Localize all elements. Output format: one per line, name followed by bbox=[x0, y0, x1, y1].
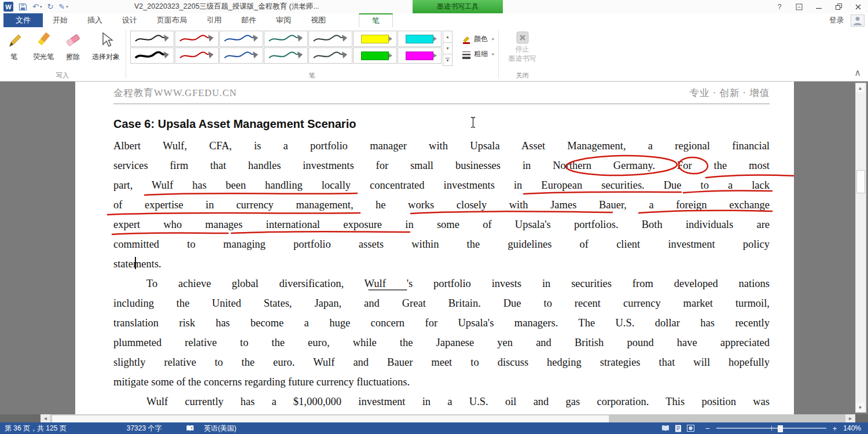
doc-line[interactable]: services firm that handles investments f… bbox=[113, 156, 770, 175]
zoom-slider[interactable] bbox=[716, 428, 826, 429]
gallery-scroll-down-icon[interactable]: ▼ bbox=[443, 42, 453, 54]
collapse-ribbon-icon[interactable]: ∧ bbox=[854, 67, 861, 78]
view-read-icon[interactable] bbox=[661, 425, 670, 432]
page-indicator[interactable]: 第 36 页，共 125 页 bbox=[0, 424, 71, 433]
select-objects-button[interactable]: 选择对象 bbox=[87, 28, 125, 62]
horizontal-scrollbar[interactable]: ◄ ► bbox=[0, 414, 868, 422]
minimize-button[interactable] bbox=[809, 0, 829, 13]
doc-line[interactable]: Wulf currently has a $1,000,000 investme… bbox=[113, 392, 770, 411]
group-separator bbox=[126, 30, 126, 78]
zoom-level[interactable]: 140% bbox=[843, 424, 861, 432]
pen-preset[interactable] bbox=[130, 31, 174, 47]
eraser-tool-button[interactable]: 擦除 bbox=[59, 28, 87, 62]
pen-preset[interactable] bbox=[398, 47, 442, 64]
help-button[interactable]: ? bbox=[770, 0, 789, 13]
scroll-right-icon[interactable]: ► bbox=[845, 414, 855, 422]
proofing-status-icon[interactable] bbox=[181, 425, 199, 432]
word-window: W ↶▾ ↻ ✎▾ V2_20220323_2205三级百题_授课版_金程教育 … bbox=[0, 0, 868, 434]
ink-tools-contextual-header[interactable]: 墨迹书写工具 bbox=[413, 0, 503, 13]
ink-pen-qat-icon[interactable]: ✎▾ bbox=[58, 3, 68, 10]
horizontal-scrollbar-thumb[interactable] bbox=[52, 415, 609, 423]
save-icon[interactable] bbox=[19, 3, 27, 11]
vertical-scrollbar-thumb[interactable] bbox=[856, 170, 865, 193]
sign-in-link[interactable]: 登录 bbox=[829, 16, 844, 25]
doc-line[interactable]: of expertise in currency management, he … bbox=[113, 195, 770, 215]
ribbon-tab[interactable]: 插入 bbox=[78, 13, 112, 27]
pen-preset[interactable] bbox=[308, 47, 352, 64]
ribbon-tab[interactable]: 开始 bbox=[43, 13, 78, 27]
pen-stroke-preview bbox=[267, 49, 305, 62]
scroll-up-icon[interactable]: ▲ bbox=[856, 83, 865, 93]
doc-line[interactable]: statements. bbox=[113, 254, 770, 274]
scrollbar-spacer bbox=[0, 414, 41, 422]
zoom-in-button[interactable]: + bbox=[833, 425, 837, 432]
highlighter-swatch bbox=[361, 35, 389, 43]
pen-preset[interactable] bbox=[219, 31, 263, 47]
gallery-scroll-controls: ▲ ▼ ▼ bbox=[443, 31, 453, 65]
pen-preset[interactable] bbox=[264, 47, 308, 64]
gallery-more-icon[interactable]: ▼ bbox=[443, 54, 453, 66]
doc-line[interactable]: expert who manages international exposur… bbox=[113, 215, 770, 234]
color-button[interactable]: 颜色 ▾ bbox=[462, 34, 494, 44]
horizontal-scrollbar-track[interactable] bbox=[50, 414, 845, 422]
avatar-icon[interactable] bbox=[851, 14, 865, 27]
pen-icon bbox=[5, 31, 23, 49]
text-caret bbox=[135, 257, 136, 269]
pen-preset[interactable] bbox=[398, 31, 442, 47]
select-objects-label: 选择对象 bbox=[92, 52, 120, 62]
ribbon-tab[interactable]: 设计 bbox=[112, 13, 147, 27]
ribbon-tab[interactable]: 引用 bbox=[197, 13, 231, 27]
ribbon-tab[interactable]: 页面布局 bbox=[147, 13, 197, 27]
highlighter-tool-button[interactable]: 荧光笔 bbox=[28, 28, 59, 62]
ribbon-tab[interactable]: 视图 bbox=[301, 13, 336, 27]
doc-line[interactable]: To achieve global diversification, Wulf … bbox=[113, 274, 770, 293]
zoom-slider-thumb[interactable] bbox=[778, 425, 783, 432]
language-indicator[interactable]: 英语(美国) bbox=[199, 424, 241, 433]
close-group-label: 关闭 bbox=[499, 71, 546, 81]
status-bar: 第 36 页，共 125 页 37323 个字 英语(美国) − + 140% bbox=[0, 422, 868, 434]
pen-tool-button[interactable]: 笔 bbox=[0, 28, 28, 62]
doc-line[interactable]: plummeted relative to the euro, while th… bbox=[113, 333, 770, 352]
pen-preset[interactable] bbox=[308, 31, 352, 47]
doc-line[interactable]: translation risk has become a huge conce… bbox=[113, 313, 770, 333]
pen-preset[interactable] bbox=[130, 47, 174, 64]
vertical-scrollbar[interactable]: ▲ ▼ bbox=[855, 83, 866, 413]
restore-button[interactable] bbox=[829, 0, 848, 13]
view-print-layout-icon[interactable] bbox=[675, 425, 682, 432]
ribbon-tab[interactable]: 文件 bbox=[3, 13, 43, 27]
stop-inking-button[interactable]: 停止 墨迹书写 bbox=[499, 28, 546, 63]
zoom-out-button[interactable]: − bbox=[705, 425, 710, 432]
pen-preset[interactable] bbox=[175, 47, 219, 64]
doc-line[interactable]: committed to managing portfolio assets w… bbox=[113, 234, 770, 254]
pen-preset[interactable] bbox=[264, 31, 308, 47]
thickness-button[interactable]: 粗细 ▾ bbox=[462, 49, 494, 59]
close-button[interactable] bbox=[848, 0, 868, 13]
gallery-scroll-up-icon[interactable]: ▲ bbox=[443, 31, 453, 43]
word-count[interactable]: 37323 个字 bbox=[122, 424, 167, 433]
pen-preset[interactable] bbox=[353, 31, 397, 47]
doc-line[interactable]: Albert Wulf, CFA, is a portfolio manager… bbox=[113, 136, 770, 156]
undo-dropdown-icon[interactable]: ▾ bbox=[40, 5, 42, 9]
doc-line[interactable]: part, Wulf has been handling locally con… bbox=[113, 175, 770, 195]
ribbon-tab[interactable]: 审阅 bbox=[266, 13, 301, 27]
pen-preset[interactable] bbox=[175, 31, 219, 47]
restore-icon bbox=[836, 3, 842, 10]
zoom-center-tick bbox=[771, 426, 772, 431]
redo-icon[interactable]: ↻ bbox=[47, 3, 53, 10]
pen-dropdown-icon[interactable]: ▾ bbox=[66, 5, 68, 9]
pen-preset[interactable] bbox=[219, 47, 263, 64]
document-page[interactable]: 金程教育WWW.GFEDU.CN 专业 · 创新 · 增值 Case 6: Up… bbox=[75, 82, 794, 414]
ribbon-tab[interactable]: 邮件 bbox=[231, 13, 266, 27]
ribbon-tab[interactable]: 笔 bbox=[359, 13, 393, 27]
window-controls: ? bbox=[770, 0, 868, 13]
scroll-left-icon[interactable]: ◄ bbox=[41, 414, 50, 422]
ribbon-display-options-button[interactable] bbox=[789, 0, 809, 13]
doc-line[interactable]: including the United States, Japan, and … bbox=[113, 293, 770, 313]
view-web-layout-icon[interactable] bbox=[687, 425, 694, 432]
doc-line[interactable]: slightly relative to the euro. Wulf and … bbox=[113, 352, 770, 372]
undo-icon[interactable]: ↶▾ bbox=[32, 3, 42, 10]
doc-line[interactable]: mitigate some of the concerns regarding … bbox=[113, 372, 770, 392]
scroll-down-icon[interactable]: ▼ bbox=[856, 403, 865, 412]
pen-preset[interactable] bbox=[353, 47, 397, 64]
write-group-label: 写入 bbox=[0, 71, 125, 81]
